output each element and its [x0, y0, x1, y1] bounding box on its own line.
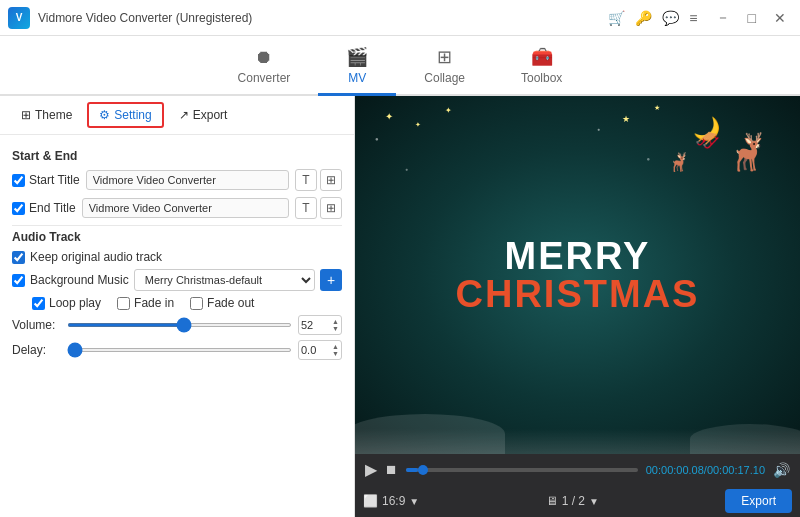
export-main-button[interactable]: Export: [725, 489, 792, 513]
settings-panel: Start & End Start Title T ⊞ End Title: [0, 135, 354, 517]
sleigh-icon: 🦌: [725, 131, 770, 173]
delay-value: 0.0: [301, 344, 316, 356]
start-title-checkbox[interactable]: [12, 174, 25, 187]
keep-original-checkbox[interactable]: [12, 251, 25, 264]
fade-in-label: Fade in: [117, 296, 174, 310]
loop-play-label: Loop play: [32, 296, 101, 310]
volume-spinner[interactable]: ▲▼: [332, 318, 339, 332]
tab-converter[interactable]: ⏺ Converter: [210, 41, 319, 96]
audio-track-title: Audio Track: [12, 230, 342, 244]
fade-out-label: Fade out: [190, 296, 254, 310]
volume-slider[interactable]: [67, 323, 292, 327]
snow-1: ●: [375, 136, 379, 142]
time-display: 00:00:00.08/00:00:17.10: [646, 464, 765, 476]
play-button[interactable]: ▶: [365, 460, 377, 479]
tab-collage[interactable]: ⊞ Collage: [396, 40, 493, 96]
collage-icon: ⊞: [437, 46, 452, 68]
converter-icon: ⏺: [255, 47, 273, 68]
start-title-font-icon[interactable]: T: [295, 169, 317, 191]
snow-hill-1: [355, 414, 505, 454]
theme-grid-icon: ⊞: [21, 108, 31, 122]
tab-mv-label: MV: [348, 71, 366, 85]
chat-icon[interactable]: 💬: [662, 10, 679, 26]
app-logo: V: [8, 7, 30, 29]
snow-4: ●: [646, 156, 650, 162]
tab-collage-label: Collage: [424, 71, 465, 85]
gear-icon: ⚙: [99, 108, 110, 122]
key-icon[interactable]: 🔑: [635, 10, 652, 26]
add-music-button[interactable]: +: [320, 269, 342, 291]
ratio-selector[interactable]: ⬜ 16:9 ▼: [363, 494, 419, 508]
track-selector[interactable]: 🖥 1 / 2 ▼: [546, 494, 599, 508]
start-title-label: Start Title: [12, 173, 80, 187]
merry-text: MERRY: [456, 237, 700, 275]
title-bar: V Vidmore Video Converter (Unregistered)…: [0, 0, 800, 36]
theme-label: Theme: [35, 108, 72, 122]
progress-bar[interactable]: [406, 468, 638, 472]
right-panel: ✦ ✦ ✦ ● ● ● ● 🌙 ★ ★ 🦌 🛷 🦌: [355, 96, 800, 517]
audio-options-row: Loop play Fade in Fade out: [12, 296, 342, 310]
delay-spinner[interactable]: ▲▼: [332, 343, 339, 357]
star-4: ★: [622, 114, 630, 124]
sub-toolbar: ⊞ Theme ⚙ Setting ↗ Export: [0, 96, 354, 135]
snow-hill-2: [690, 424, 800, 454]
snow-2: ●: [405, 166, 408, 172]
loop-play-checkbox[interactable]: [32, 297, 45, 310]
stop-button[interactable]: ⏹: [385, 462, 398, 477]
setting-label: Setting: [114, 108, 151, 122]
end-title-label: End Title: [12, 201, 76, 215]
bg-music-row: Background Music Merry Christmas-default…: [12, 269, 342, 291]
bg-music-checkbox[interactable]: [12, 274, 25, 287]
end-title-font-icon[interactable]: T: [295, 197, 317, 219]
delay-slider[interactable]: [67, 348, 292, 352]
minimize-button[interactable]: －: [710, 7, 736, 29]
export-button-sub[interactable]: ↗ Export: [168, 103, 239, 127]
tab-mv[interactable]: 🎬 MV: [318, 40, 396, 96]
sleigh-cart-icon: 🛷: [695, 128, 720, 152]
progress-dot: [418, 465, 428, 475]
preview-bottom-controls: ⬜ 16:9 ▼ 🖥 1 / 2 ▼ Export: [355, 485, 800, 517]
volume-value: 52: [301, 319, 313, 331]
star-3: ✦: [445, 106, 452, 115]
monitor-icon: 🖥: [546, 494, 558, 508]
delay-label: Delay:: [12, 343, 67, 357]
start-title-grid-icon[interactable]: ⊞: [320, 169, 342, 191]
snow-3: ●: [597, 126, 600, 132]
start-title-icons: T ⊞: [295, 169, 342, 191]
title-bar-icons: 🛒 🔑 💬 ≡: [608, 10, 697, 26]
fade-out-checkbox[interactable]: [190, 297, 203, 310]
ratio-icon: ⬜: [363, 494, 378, 508]
start-title-input[interactable]: [86, 170, 289, 190]
christmas-text: CHRISTMAS: [456, 275, 700, 313]
main-layout: ⊞ Theme ⚙ Setting ↗ Export Start & End S…: [0, 96, 800, 517]
start-end-title: Start & End: [12, 149, 342, 163]
star-2: ✦: [415, 121, 421, 129]
preview-background: ✦ ✦ ✦ ● ● ● ● 🌙 ★ ★ 🦌 🛷 🦌: [355, 96, 800, 454]
track-label: 1 / 2: [562, 494, 585, 508]
end-title-checkbox[interactable]: [12, 202, 25, 215]
tab-toolbox[interactable]: 🧰 Toolbox: [493, 40, 590, 96]
menu-icon[interactable]: ≡: [689, 10, 697, 26]
tab-toolbox-label: Toolbox: [521, 71, 562, 85]
progress-fill: [406, 468, 418, 472]
theme-button[interactable]: ⊞ Theme: [10, 103, 83, 127]
volume-icon[interactable]: 🔊: [773, 462, 790, 478]
volume-row: Volume: 52 ▲▼: [12, 315, 342, 335]
cart-icon[interactable]: 🛒: [608, 10, 625, 26]
close-button[interactable]: ✕: [768, 8, 792, 28]
keep-original-row: Keep original audio track: [12, 250, 342, 264]
left-panel: ⊞ Theme ⚙ Setting ↗ Export Start & End S…: [0, 96, 355, 517]
tab-converter-label: Converter: [238, 71, 291, 85]
fade-in-checkbox[interactable]: [117, 297, 130, 310]
app-title: Vidmore Video Converter (Unregistered): [38, 11, 608, 25]
end-title-input[interactable]: [82, 198, 289, 218]
bg-music-select[interactable]: Merry Christmas-default: [134, 269, 315, 291]
star-1: ✦: [385, 111, 393, 122]
export-icon: ↗: [179, 108, 189, 122]
end-title-grid-icon[interactable]: ⊞: [320, 197, 342, 219]
delay-row: Delay: 0.0 ▲▼: [12, 340, 342, 360]
mv-icon: 🎬: [346, 46, 368, 68]
maximize-button[interactable]: □: [742, 8, 762, 28]
end-title-row: End Title T ⊞: [12, 197, 342, 219]
setting-button[interactable]: ⚙ Setting: [87, 102, 163, 128]
